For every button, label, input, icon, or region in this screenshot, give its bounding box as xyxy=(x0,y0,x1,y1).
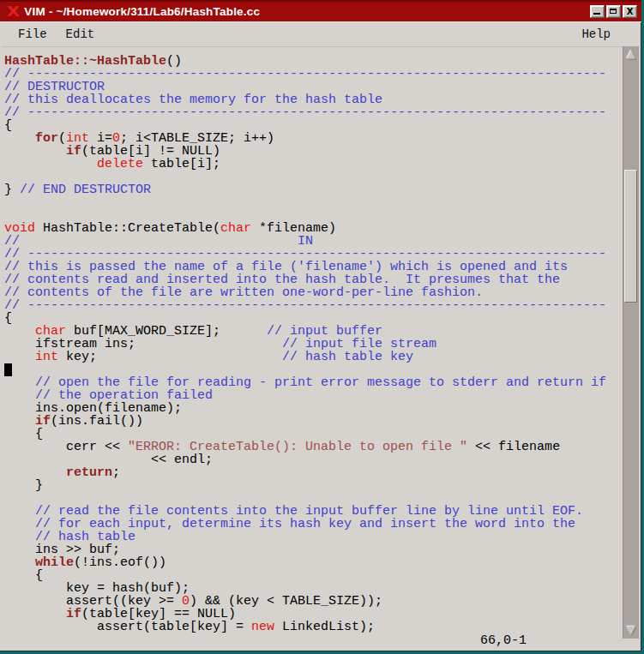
menu-item-help[interactable]: Help xyxy=(576,24,616,45)
code-line[interactable]: // DESTRUCTOR xyxy=(4,81,621,93)
code-line[interactable]: void HashTable::CreateTable(char *filena… xyxy=(4,222,621,235)
code-line[interactable]: // -------------------------------------… xyxy=(4,299,621,312)
code-segment: key; xyxy=(58,350,282,364)
code-line[interactable]: if(table[i] != NULL) xyxy=(4,145,621,158)
code-line[interactable] xyxy=(4,171,621,183)
code-line[interactable]: while(!ins.eof()) xyxy=(4,556,621,569)
code-segment: LinkedList); xyxy=(274,620,375,634)
code-segment xyxy=(4,350,35,364)
code-segment xyxy=(4,157,97,171)
code-line[interactable]: } xyxy=(4,479,621,492)
maximize-button[interactable] xyxy=(606,5,621,18)
code-line[interactable]: HashTable::~HashTable() xyxy=(4,55,621,68)
code-segment: assert(table[key] = xyxy=(4,620,251,634)
code-line[interactable]: // read the file contents into the input… xyxy=(4,505,621,518)
minimize-icon xyxy=(593,13,600,15)
code-line[interactable]: // contents read and inserted into the h… xyxy=(4,273,621,286)
scrollbar-thumb[interactable] xyxy=(624,170,637,303)
code-line[interactable]: // for each input, determine its hash ke… xyxy=(4,518,621,531)
window-controls: X xyxy=(590,5,641,18)
scroll-up-icon[interactable]: ▲ xyxy=(623,47,639,61)
code-line[interactable]: { xyxy=(4,569,621,582)
code-line[interactable]: if(ins.fail()) xyxy=(4,415,621,428)
code-line[interactable]: // -------------------------------------… xyxy=(4,106,621,119)
code-segment: << filename xyxy=(467,440,560,454)
code-line[interactable]: // the operation failed xyxy=(4,389,621,402)
code-segment: return xyxy=(66,465,112,480)
code-line[interactable]: << endl; xyxy=(4,453,621,466)
code-segment: ; xyxy=(112,465,120,480)
code-line[interactable]: // hash table xyxy=(4,531,621,543)
code-line[interactable]: delete table[i]; xyxy=(4,158,621,171)
window-title: VIM - ~/Homework/311/Lab6/HashTable.cc xyxy=(24,5,260,18)
code-segment: table[i]; xyxy=(143,157,220,171)
code-line[interactable]: int key; // hash table key xyxy=(4,351,621,363)
code-line[interactable]: char buf[MAX_WORD_SIZE]; // input buffer xyxy=(4,325,621,338)
code-line[interactable]: assert(table[key] = new LinkedList); xyxy=(4,621,621,633)
code-line[interactable] xyxy=(4,363,621,376)
minimize-button[interactable] xyxy=(590,5,605,18)
code-segment: // -------------------------------------… xyxy=(4,105,606,120)
code-segment: } xyxy=(4,478,43,493)
scroll-down-icon[interactable]: ▼ xyxy=(623,623,639,637)
code-line[interactable]: return; xyxy=(4,466,621,479)
code-line[interactable] xyxy=(4,196,621,209)
code-line[interactable]: // -------------------------------------… xyxy=(4,248,621,261)
close-button[interactable]: X xyxy=(623,5,637,18)
code-area[interactable]: HashTable::~HashTable()// --------------… xyxy=(0,46,621,645)
code-segment: new xyxy=(251,620,274,634)
code-line[interactable]: // this is passed the name of a file ('f… xyxy=(4,261,621,273)
scrollbar-track[interactable]: ▲ ▼ xyxy=(623,46,639,639)
menu-bar: File Edit Help xyxy=(2,22,640,47)
window-titlebar[interactable]: X VIM - ~/Homework/311/Lab6/HashTable.cc… xyxy=(0,0,641,22)
code-line[interactable]: // this deallocates the memory for the h… xyxy=(4,93,621,106)
maximize-icon xyxy=(610,9,617,14)
code-line[interactable]: assert((key >= 0) && (key < TABLE_SIZE))… xyxy=(4,595,621,608)
text-cursor xyxy=(4,363,12,376)
code-line[interactable]: { xyxy=(4,119,621,132)
menu-item-edit[interactable]: Edit xyxy=(57,24,105,45)
code-line[interactable]: ins >> buf; xyxy=(4,543,621,556)
code-segment: (ins.fail()) xyxy=(51,414,143,429)
code-line[interactable]: // contents of the file are written one-… xyxy=(4,286,621,299)
code-line[interactable]: } // END DESTRUCTOR xyxy=(4,183,621,196)
code-segment: delete xyxy=(97,157,143,171)
code-line[interactable]: { xyxy=(4,312,621,325)
vim-window: X VIM - ~/Homework/311/Lab6/HashTable.cc… xyxy=(0,0,641,651)
code-segment: // hash table key xyxy=(282,350,413,364)
code-segment: int xyxy=(35,350,58,364)
code-line[interactable]: { xyxy=(4,428,621,441)
code-line[interactable]: // IN xyxy=(4,235,621,248)
code-line[interactable] xyxy=(4,492,621,505)
code-line[interactable] xyxy=(4,209,621,222)
code-segment: } xyxy=(4,183,20,197)
code-line[interactable]: for(int i=0; i<TABLE_SIZE; i++) xyxy=(4,132,621,145)
status-ruler: 66,0-1 xyxy=(480,634,527,647)
code-line[interactable]: if(table[key] == NULL) xyxy=(4,608,621,621)
code-line[interactable]: ins.open(filename); xyxy=(4,402,621,415)
code-line[interactable]: // open the file for reading - print err… xyxy=(4,376,621,389)
code-segment: // -------------------------------------… xyxy=(4,298,606,313)
code-line[interactable]: // -------------------------------------… xyxy=(4,68,621,81)
code-line[interactable]: key = hash(buf); xyxy=(4,582,621,595)
x11-logo-icon: X xyxy=(0,5,27,19)
code-line[interactable]: cerr << "ERROR: CreateTable(): Unable to… xyxy=(4,441,621,453)
code-segment: // END DESTRUCTOR xyxy=(20,183,151,197)
close-icon: X xyxy=(627,8,634,16)
code-segment: (!ins.eof()) xyxy=(74,555,166,570)
code-line[interactable]: ifstream ins; // input file stream xyxy=(4,338,621,351)
menu-item-file[interactable]: File xyxy=(9,24,57,45)
